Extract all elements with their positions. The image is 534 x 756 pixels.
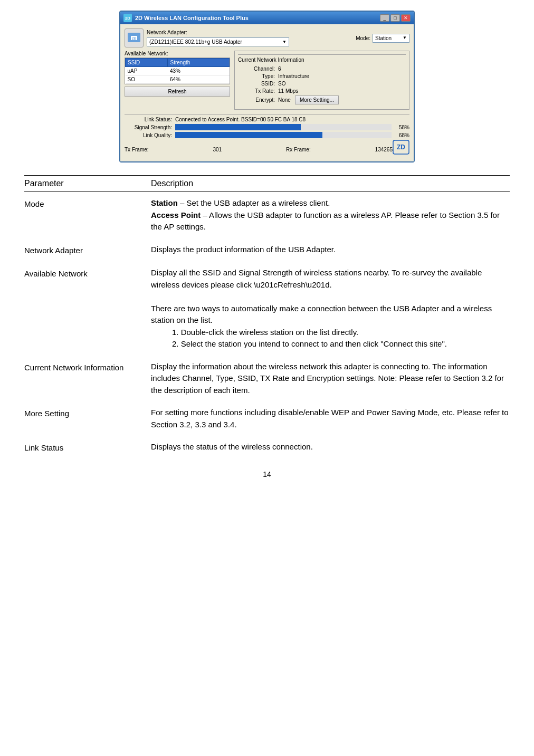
access-point-desc: – Allows the USB adapter to function as … — [151, 210, 500, 232]
ssid-row: SSID: SO — [238, 81, 406, 87]
current-network-panel: Current Network Information Channel: 6 T… — [234, 51, 409, 110]
available-network-desc-2: There are two ways to automatically make… — [151, 304, 492, 325]
mode-dropdown[interactable]: Station ▼ — [373, 34, 409, 43]
table-row[interactable]: SO 64% — [126, 75, 230, 84]
link-status-param-row: Link Status Displays the status of the w… — [24, 436, 510, 460]
txrate-label: Tx Rate: — [238, 88, 275, 94]
link-quality-label: Link Quality: — [125, 132, 172, 138]
tx-frame-value: 301 — [213, 147, 222, 152]
maximize-button[interactable]: □ — [390, 14, 400, 22]
type-value: Infrastructure — [278, 73, 309, 79]
frame-values: Tx Frame: 301 Rx Frame: 134265 — [125, 147, 393, 152]
current-network-param-label: Current Network Information — [24, 356, 151, 402]
app-window: 2D 2D Wireless LAN Configuration Tool Pl… — [119, 11, 415, 162]
strength-cell: 64% — [168, 75, 230, 84]
mode-section: Mode: Station ▼ — [356, 34, 409, 43]
network-table-header: SSID Strength — [126, 59, 230, 67]
link-status-param-label: Link Status — [24, 436, 151, 460]
mode-label: Mode: — [356, 35, 370, 41]
available-network-param-label: Available Network — [24, 262, 151, 356]
ssid-label: SSID: — [238, 81, 275, 87]
svg-text:ZD: ZD — [397, 143, 405, 151]
available-network-param-row: Available Network Display all the SSID a… — [24, 262, 510, 356]
more-setting-param-row: More Setting For setting more functions … — [24, 401, 510, 436]
table-row[interactable]: uAP 43% — [126, 67, 230, 75]
station-bold: Station — [151, 198, 178, 207]
tx-frame-label: Tx Frame: — [125, 147, 149, 152]
close-button[interactable]: ✕ — [401, 14, 411, 22]
minimize-button[interactable]: _ — [380, 14, 389, 22]
network-table: SSID Strength uAP 43% — [125, 58, 230, 84]
available-network-desc-1: Display all the SSID and Signal Strength… — [151, 268, 482, 289]
txrate-row: Tx Rate: 11 Mbps — [238, 88, 406, 94]
access-point-bold: Access Point — [151, 210, 201, 219]
available-network-step1: 1. Double-click the wireless station on … — [172, 327, 510, 339]
channel-value: 6 — [278, 66, 281, 72]
channel-label: Channel: — [238, 66, 275, 72]
rx-frame-label: Rx Frame: — [286, 147, 311, 152]
link-status-value: Connected to Access Point. BSSID=00 50 F… — [175, 117, 306, 122]
bottom-section: Link Status: Connected to Access Point. … — [125, 114, 409, 157]
window-title: 2D Wireless LAN Configuration Tool Plus — [135, 15, 249, 21]
station-desc: – Set the USB adapter as a wireless clie… — [178, 198, 330, 207]
page-container: 2D 2D Wireless LAN Configuration Tool Pl… — [8, 0, 526, 500]
param-col-header: Parameter — [24, 176, 151, 192]
link-quality-bar — [175, 132, 322, 138]
link-status-row: Link Status: Connected to Access Point. … — [125, 117, 409, 122]
top-row: ZD Network Adapter: (ZD1211)IEEE 802.11b… — [125, 28, 409, 47]
page-number: 14 — [24, 470, 510, 479]
current-network-param-desc: Display the information about the wirele… — [151, 356, 510, 402]
signal-strength-label: Signal Strength: — [125, 125, 172, 130]
signal-strength-bar — [175, 124, 301, 130]
mode-param-row: Mode Station – Set the USB adapter as a … — [24, 192, 510, 238]
link-status-param-desc: Displays the status of the wireless conn… — [151, 436, 510, 460]
current-network-title: Current Network Information — [238, 54, 406, 63]
more-setting-button[interactable]: More Setting... — [295, 95, 339, 104]
window-body: ZD Network Adapter: (ZD1211)IEEE 802.11b… — [120, 24, 414, 161]
available-network-label: Available Network: — [125, 51, 230, 56]
mode-param-label: Mode — [24, 192, 151, 238]
screenshot-container: 2D 2D Wireless LAN Configuration Tool Pl… — [24, 11, 510, 162]
refresh-button[interactable]: Refresh — [125, 87, 230, 97]
param-table: Parameter Description Mode Station – Set… — [24, 176, 510, 460]
main-content: Available Network: SSID Strength — [125, 51, 409, 110]
dropdown-arrow: ▼ — [403, 35, 407, 40]
left-panel-wrapper: Available Network: SSID Strength — [125, 51, 230, 110]
encrypt-value: None — [278, 97, 291, 103]
signal-strength-pct: 58% — [394, 125, 409, 130]
network-table-body: uAP 43% SO 64% — [126, 67, 230, 84]
title-bar-buttons: _ □ ✕ — [380, 14, 411, 22]
type-label: Type: — [238, 73, 275, 79]
network-adapter-param-label: Network Adapter — [24, 238, 151, 262]
adapter-value: (ZD1211)IEEE 802.11b+g USB Adapter — [149, 39, 242, 45]
title-bar: 2D 2D Wireless LAN Configuration Tool Pl… — [120, 12, 414, 24]
network-adapter-param-row: Network Adapter Displays the product inf… — [24, 238, 510, 262]
encrypt-row: Encrypt: None More Setting... — [238, 95, 406, 104]
table-header-row: Parameter Description — [24, 176, 510, 192]
ssid-value: SO — [278, 81, 285, 87]
mode-value: Station — [375, 35, 392, 41]
strength-column-header: Strength — [168, 59, 230, 67]
svg-text:ZD: ZD — [132, 37, 137, 40]
title-bar-left: 2D 2D Wireless LAN Configuration Tool Pl… — [123, 14, 249, 22]
zd-logo: ZD — [393, 140, 409, 157]
available-network-param-desc: Display all the SSID and Signal Strength… — [151, 262, 510, 356]
zd-logo-svg: ZD — [393, 140, 409, 155]
available-network-step2: 2. Select the station you intend to conn… — [172, 338, 510, 350]
link-quality-bar-bg — [175, 132, 392, 138]
strength-cell: 43% — [168, 67, 230, 75]
adapter-icon: ZD — [125, 28, 144, 47]
usb-adapter-svg: ZD — [127, 31, 141, 45]
link-quality-row: Link Quality: 68% — [125, 132, 409, 138]
signal-strength-row: Signal Strength: 58% — [125, 124, 409, 130]
available-network-panel: SSID Strength uAP 43% — [125, 58, 230, 84]
adapter-dropdown[interactable]: (ZD1211)IEEE 802.11b+g USB Adapter — [147, 37, 289, 46]
link-quality-pct: 68% — [394, 132, 409, 138]
current-network-param-row: Current Network Information Display the … — [24, 356, 510, 402]
encrypt-label: Encrypt: — [238, 97, 275, 103]
param-table-wrapper: Parameter Description Mode Station – Set… — [24, 175, 510, 460]
more-setting-param-label: More Setting — [24, 401, 151, 436]
txrate-value: 11 Mbps — [278, 88, 298, 94]
type-row: Type: Infrastructure — [238, 73, 406, 79]
link-status-label: Link Status: — [125, 117, 172, 122]
